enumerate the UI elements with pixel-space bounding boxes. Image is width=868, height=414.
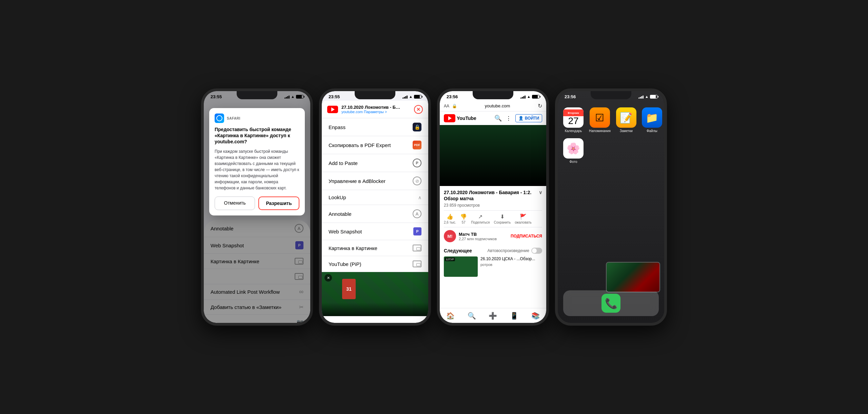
files-label: Файлы — [647, 129, 657, 133]
menu-item-websnapshot2[interactable]: Web Snapshot P — [322, 223, 428, 240]
pip-overlay[interactable] — [606, 262, 660, 292]
reminders-icon: ☑ — [590, 107, 610, 128]
yt-next-thumb: 12ТУР — [444, 256, 478, 277]
calendar-label: Календарь — [565, 129, 582, 133]
home-app-reminders[interactable]: ☑ Напоминания — [589, 107, 611, 133]
yt-subs-icon[interactable]: 📱 — [510, 312, 518, 320]
dock-phone-button[interactable]: 📞 — [601, 294, 620, 313]
menu-item-adblocker[interactable]: Управление в AdBlocker ⊘ — [322, 172, 428, 190]
browser-bar: AA 🔒 youtube.com ↻ — [440, 101, 546, 111]
lookup-chevron-icon: ∧ — [418, 195, 421, 200]
home-app-photos[interactable]: 🌸 Фото — [563, 138, 584, 164]
signal-icon-3 — [520, 95, 526, 99]
cancel-button[interactable]: Отменить — [215, 196, 255, 210]
calendar-icon: Вторник 27 — [563, 107, 584, 128]
yt-bottom-bar: 🏠 🔍 ➕ 📱 📚 — [440, 308, 546, 323]
yt-next-header: Следующее Автовоспроизведение — [444, 248, 542, 254]
menu-item-annotable2[interactable]: Annotable A — [322, 205, 428, 223]
menu-item-ytpip[interactable]: YouTube (PiP) — [322, 256, 428, 272]
browser-reload-button[interactable]: ↻ — [538, 103, 542, 109]
yt-views: 23 859 просмотров — [444, 203, 542, 208]
bottom-infinity-icon: ∞ — [417, 320, 421, 323]
notch-4 — [591, 91, 631, 99]
menu-enpass-label: Enpass — [329, 124, 346, 130]
photos-icon: 🌸 — [563, 138, 584, 159]
yt-dislike-button[interactable]: 👎 57 — [460, 213, 467, 224]
menu-item-enpass[interactable]: Enpass 🔒 — [322, 118, 428, 136]
yt-login-button[interactable]: 👤 ВОЙТИ — [515, 114, 542, 122]
adblocker-icon: ⊘ — [413, 177, 421, 185]
yt-next-badge: 12ТУР — [445, 257, 455, 261]
browser-url[interactable]: youtube.com — [460, 103, 535, 108]
home-app-notes[interactable]: 📝 Заметки — [616, 107, 636, 133]
yt-home-icon[interactable]: 🏠 — [446, 312, 455, 320]
yt-like-count: 2,6 тыс. — [444, 221, 456, 224]
files-icon: 📁 — [642, 107, 662, 128]
video-thumbnail-img: ✕ 31 — [322, 272, 428, 316]
menu-item-pdf[interactable]: Скопировать в PDF Expert PDF — [322, 136, 428, 154]
menu-lookup-label: LookUp — [329, 194, 346, 200]
yt-report-button[interactable]: 🚩 ожаловать — [515, 213, 532, 224]
menu-item-lookup[interactable]: LookUp ∧ — [322, 190, 428, 205]
share-header-2: 27.10.2020 Локомотив - Бавари... youtube… — [322, 101, 428, 118]
yt-explore-icon[interactable]: 🔍 — [468, 312, 476, 320]
browser-aa[interactable]: AA — [444, 104, 449, 108]
pip-icon-2 — [413, 245, 421, 251]
photos-label: Фото — [570, 160, 577, 164]
yt-actions: 👍 2,6 тыс. 👎 57 ↗ Поделиться ⬇ Сохранить — [444, 210, 542, 227]
yt-share-button[interactable]: ↗ Поделиться — [471, 213, 490, 224]
yt-channel-avatar[interactable]: М! — [444, 230, 456, 242]
signal-icon-2 — [402, 95, 408, 99]
yt-logo-play — [448, 116, 452, 120]
yt-add-icon[interactable]: ➕ — [489, 312, 497, 320]
yt-save-label: Сохранить — [494, 221, 511, 224]
notes-icon: 📝 — [616, 107, 636, 128]
share-header-left: 27.10.2020 Локомотив - Бавари... youtube… — [327, 105, 402, 114]
browser-lock-icon: 🔒 — [452, 104, 457, 108]
menu-item-pip2[interactable]: Картинка в Картинке — [322, 240, 428, 256]
pdf-icon: PDF — [413, 141, 421, 149]
bottom-item-infinity[interactable]: ∞ — [322, 316, 428, 323]
yt-next-item[interactable]: 12ТУР 26.10.2020 ЦСКА - ...Обзор... ротр… — [444, 256, 542, 277]
yt-logo: YouTube — [444, 114, 476, 122]
phone-2: 23:55 ▲ — [319, 88, 431, 326]
yt-next-video-title: 26.10.2020 ЦСКА - ...Обзор... — [480, 256, 542, 262]
yt-like-button[interactable]: 👍 2,6 тыс. — [444, 213, 456, 224]
status-icons-3: ▲ — [520, 95, 539, 99]
yt-title-chevron[interactable]: ∨ — [539, 189, 542, 195]
dialog-title: Предоставить быстрой команде «Картинка в… — [215, 126, 299, 145]
yt-autoplay-toggle[interactable] — [531, 248, 542, 254]
enpass-icon: 🔒 — [413, 123, 421, 131]
home-app-calendar[interactable]: Вторник 27 Календарь — [563, 107, 584, 133]
dialog-app-header: SAFARI — [215, 113, 299, 123]
yt-save-button[interactable]: ⬇ Сохранить — [494, 213, 511, 224]
safari-icon — [215, 113, 224, 123]
battery-icon-3 — [532, 95, 539, 99]
yt-channel-name[interactable]: Матч ТВ — [459, 232, 497, 237]
pip-icon-yt — [413, 261, 421, 267]
menu-pip2-label: Картинка в Картинке — [329, 245, 377, 251]
yt-save-icon: ⬇ — [500, 213, 505, 220]
home-app-files[interactable]: 📁 Файлы — [642, 107, 662, 133]
notch-2 — [355, 91, 395, 99]
menu-adblocker-label: Управление в AdBlocker — [329, 178, 386, 184]
menu-pdf-label: Скопировать в PDF Expert — [329, 142, 391, 148]
thumbnail-close-button[interactable]: ✕ — [324, 274, 332, 282]
yt-search-icon[interactable]: 🔍 — [494, 115, 502, 122]
yt-library-icon[interactable]: 📚 — [531, 312, 540, 320]
menu-item-paste[interactable]: Add to Paste P — [322, 154, 428, 172]
phone-1: 23:55 ▲ — [201, 88, 313, 326]
notch-1 — [237, 91, 277, 99]
yt-subscribe-button[interactable]: ПОДПИСАТЬСЯ — [511, 234, 542, 239]
jersey-number: 31 — [342, 279, 356, 299]
yt-more-icon[interactable]: ⋮ — [506, 115, 511, 122]
yt-header-icons: 🔍 ⋮ 👤 ВОЙТИ — [494, 114, 542, 122]
safari-compass — [216, 115, 222, 121]
share-close-button[interactable]: ✕ — [414, 105, 423, 114]
share-subtitle[interactable]: youtube.com Параметры > — [341, 110, 402, 114]
time-3: 23:56 — [447, 94, 458, 99]
photos-pinwheel: 🌸 — [567, 142, 580, 155]
home-icons-grid: Вторник 27 Календарь ☑ Напоминания 📝 — [558, 101, 664, 169]
menu-websnapshot2-label: Web Snapshot — [329, 229, 362, 234]
allow-button[interactable]: Разрешить — [258, 196, 299, 210]
